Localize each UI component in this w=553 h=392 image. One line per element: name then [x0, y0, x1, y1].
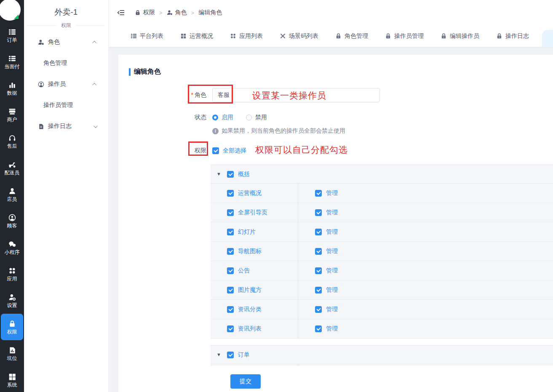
tools-icon: [280, 33, 286, 39]
permission-form-row: 权限 全部选择: [118, 146, 553, 155]
sidebar-item-settings[interactable]: 设置: [0, 287, 24, 314]
tab-bar: 平台列表 运营概况 应用列表 场景码列表 角色管理 操作员管理 编辑操作员 操作…: [109, 25, 553, 47]
permission-checkbox[interactable]: [227, 190, 234, 197]
collapse-arrow-icon[interactable]: ▼: [216, 352, 222, 357]
sidebar-item-data[interactable]: 数据: [0, 75, 24, 101]
action-checkbox[interactable]: [315, 325, 322, 332]
action-name: 管理: [326, 286, 338, 294]
tree-row: 全屏引导页 管理: [211, 203, 553, 222]
action-name: 管理: [326, 325, 338, 333]
permission-checkbox[interactable]: [227, 209, 234, 216]
sidebar-item-couriers[interactable]: 配送员: [0, 155, 24, 181]
action-checkbox[interactable]: [315, 229, 322, 235]
action-checkbox[interactable]: [315, 306, 322, 313]
submenu-group-role[interactable]: 角色: [24, 32, 108, 53]
collapse-sidebar-icon[interactable]: [117, 9, 125, 16]
tree-group-header[interactable]: ▼ 概括: [211, 165, 553, 184]
tab-app-list[interactable]: 应用列表: [230, 32, 263, 40]
active-tab-fragment[interactable]: [542, 30, 553, 47]
select-all-label[interactable]: 全部选择: [223, 147, 246, 155]
tree-group-header[interactable]: ▼ 订单: [211, 346, 553, 364]
group-checkbox[interactable]: [227, 352, 234, 358]
action-name: 管理: [326, 189, 338, 197]
action-checkbox[interactable]: [315, 267, 322, 274]
action-checkbox[interactable]: [315, 248, 322, 255]
submenu-item-role-management[interactable]: 角色管理: [24, 53, 108, 74]
secondary-sidebar: 外卖-1 权限 角色 角色管理 操作员 操作员管理 操作日志: [24, 0, 109, 392]
tab-operation-log[interactable]: 操作日志: [496, 32, 529, 40]
group-checkbox[interactable]: [227, 171, 234, 178]
permission-tree: ▼ 概括 运营概况 管理 全屏引导页 管理 幻灯片: [211, 165, 553, 366]
tab-platform-list[interactable]: 平台列表: [131, 32, 163, 40]
status-radio-group: 启用 禁用: [212, 114, 267, 121]
permission-checkbox[interactable]: [227, 306, 234, 313]
permission-checkbox[interactable]: [227, 248, 234, 255]
sidebar-item-staff[interactable]: 店员: [0, 181, 24, 208]
submenu-group-operation-log[interactable]: 操作日志: [24, 116, 108, 137]
sidebar-item-slots[interactable]: 坑位: [0, 340, 24, 367]
breadcrumb-item-edit-role[interactable]: 编辑角色: [198, 9, 222, 16]
permission-checkbox[interactable]: [227, 267, 234, 274]
sidebar-item-customers[interactable]: 顾客: [0, 208, 24, 234]
sidebar-item-system[interactable]: 系统: [0, 367, 24, 392]
tab-operator-management[interactable]: 操作员管理: [385, 32, 424, 40]
sidebar-item-permissions[interactable]: 权限: [1, 314, 23, 340]
radio-enabled-label[interactable]: 启用: [222, 114, 233, 121]
title-accent-bar: [129, 68, 131, 76]
collapse-arrow-icon[interactable]: ▼: [216, 172, 222, 176]
sidebar-item-face-pay[interactable]: 当面付: [0, 48, 24, 75]
tree-rows: 运营概况 管理 全屏引导页 管理 幻灯片 管理 导航图标 管: [211, 184, 553, 339]
permission-checkbox[interactable]: [227, 229, 234, 235]
permission-checkbox[interactable]: [227, 325, 234, 332]
radio-disabled[interactable]: [246, 115, 252, 120]
action-checkbox[interactable]: [315, 209, 322, 216]
sidebar-item-after-sales[interactable]: 售后: [0, 128, 24, 155]
chevron-icon: [92, 40, 96, 45]
list-icon: [131, 33, 137, 39]
person-badge-icon: [167, 10, 173, 16]
select-all-checkbox[interactable]: [212, 147, 219, 154]
sidebar-item-orders[interactable]: 订单: [0, 22, 24, 48]
person-gear-icon: [8, 293, 16, 301]
sidebar-item-apps[interactable]: 应用: [0, 261, 24, 287]
submenu-item-operator-management[interactable]: 操作员管理: [24, 95, 108, 116]
tab-edit-operator[interactable]: 编辑操作员: [441, 32, 479, 40]
app-logo[interactable]: [0, 0, 21, 21]
edit-role-panel: 编辑角色 *角色 状态 启用 禁用: [118, 55, 553, 392]
dots4-icon: [230, 33, 236, 39]
breadcrumb-item-role[interactable]: 角色: [167, 9, 187, 16]
tree-group-overview: ▼ 概括 运营概况 管理 全屏引导页 管理 幻灯片: [211, 165, 553, 339]
status-label: 状态: [118, 114, 206, 121]
submit-button[interactable]: 提交: [230, 374, 261, 389]
permission-name: 导航图标: [238, 248, 262, 255]
bar-chart-icon: [8, 81, 16, 89]
permission-name: 资讯列表: [238, 325, 262, 333]
dots4-icon: [8, 267, 16, 275]
primary-sidebar: 订单 当面付 数据 商户 售后 配送员 店员 顾客 小程序 应用 设置 权限 坑…: [0, 0, 24, 392]
tab-operation-overview[interactable]: 运营概况: [180, 32, 213, 40]
role-input[interactable]: [212, 88, 380, 102]
lock-icon: [8, 320, 16, 328]
tree-row-clipped: [211, 364, 553, 366]
submenu-group-operator[interactable]: 操作员: [24, 74, 108, 95]
radio-enabled[interactable]: [212, 115, 218, 120]
permission-name: 幻灯片: [238, 228, 256, 236]
tree-row: 图片魔方 管理: [211, 280, 553, 300]
action-checkbox[interactable]: [315, 287, 322, 293]
permission-name: 全屏引导页: [238, 209, 267, 216]
permission-name: 图片魔方: [238, 286, 262, 294]
tab-scene-code-list[interactable]: 场景码列表: [280, 32, 318, 40]
tab-role-management[interactable]: 角色管理: [335, 32, 368, 40]
required-asterisk: *: [191, 91, 193, 98]
action-checkbox[interactable]: [315, 190, 322, 197]
radio-disabled-label[interactable]: 禁用: [255, 114, 267, 121]
list-icon: [8, 28, 16, 36]
permission-checkbox[interactable]: [227, 287, 234, 293]
tree-row: 运营概况 管理: [211, 184, 553, 203]
sidebar-item-mini-program[interactable]: 小程序: [0, 234, 24, 261]
breadcrumb: 权限 > 角色 > 编辑角色: [135, 9, 222, 16]
breadcrumb-item-permissions[interactable]: 权限: [135, 9, 155, 16]
tree-row: 导航图标 管理: [211, 242, 553, 261]
sidebar-item-merchants[interactable]: 商户: [0, 101, 24, 128]
breadcrumb-bar: 权限 > 角色 > 编辑角色: [109, 0, 553, 25]
